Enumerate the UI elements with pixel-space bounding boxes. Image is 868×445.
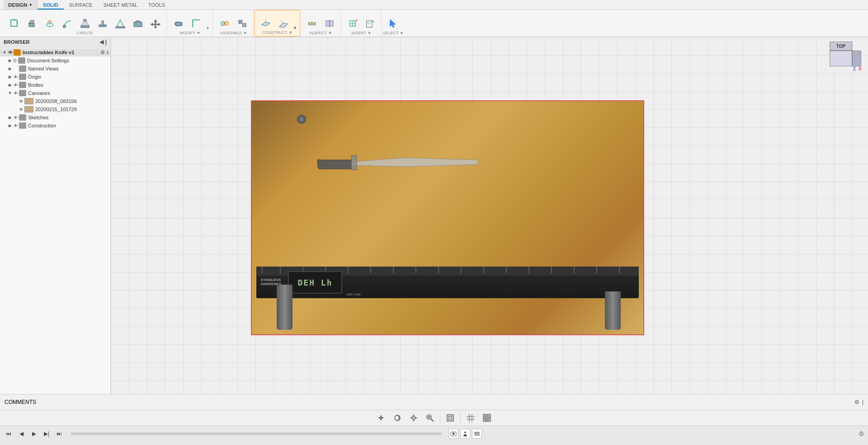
tree-eye-origin[interactable]: 👁 (13, 74, 19, 80)
new-component-button[interactable] (6, 14, 23, 33)
tree-item-root[interactable]: 👁 Instructables Knife v1 ⚙ ℹ (0, 48, 110, 56)
joint-button[interactable] (217, 14, 233, 33)
next-button[interactable]: ▶| (42, 429, 52, 439)
revolve-button[interactable] (42, 14, 58, 33)
svg-rect-6 (63, 25, 66, 28)
root-info-icon[interactable]: ℹ (107, 50, 108, 55)
tree-arrow-origin[interactable] (7, 74, 13, 80)
svg-marker-40 (390, 19, 396, 28)
tree-eye-canvases[interactable]: 👁 (13, 90, 19, 96)
tree-arrow-bodies[interactable] (7, 82, 13, 88)
tree-item-doc-settings[interactable]: ⚙ Document Settings (0, 56, 110, 65)
tree-item-origin[interactable]: 👁 Origin (0, 73, 110, 81)
tree-item-construction[interactable]: 👁 Construction (0, 122, 110, 130)
svg-rect-8 (81, 26, 89, 28)
emboss-button[interactable] (130, 14, 146, 33)
cube-right-face[interactable] (852, 51, 861, 66)
origin-folder-icon (19, 74, 26, 80)
svg-point-82 (464, 431, 466, 433)
svg-rect-13 (134, 22, 142, 27)
tree-arrow-doc[interactable] (7, 58, 13, 63)
fit-screen-button[interactable] (444, 412, 457, 423)
tree-eye-root[interactable]: 👁 (7, 49, 14, 56)
measure-button[interactable] (304, 14, 320, 33)
tree-eye-construction[interactable]: 👁 (13, 122, 19, 129)
tree-arrow-canvases[interactable] (7, 90, 13, 96)
tab-sheet-metal[interactable]: SHEET METAL (98, 1, 143, 9)
timeline-person-btn[interactable] (460, 429, 470, 439)
root-folder-icon (14, 49, 21, 56)
bodies-folder-icon (19, 82, 26, 88)
tab-solid[interactable]: SOLID (38, 1, 64, 9)
timeline-camera-btn[interactable] (448, 429, 458, 439)
tree-item-canvas1[interactable]: 👁 20200208_083156 (0, 97, 110, 105)
svg-marker-24 (279, 23, 288, 28)
last-button[interactable]: ⏭ (54, 429, 64, 439)
browser-collapse-btn[interactable]: ◀ (99, 39, 104, 45)
tab-tools[interactable]: TOOLS (143, 1, 170, 9)
tree-arrow-named[interactable] (7, 66, 13, 71)
viewport[interactable]: DEH Lh STAINLESSHARDENED inch / mm TOP (111, 37, 868, 394)
tree-eye-canvas2[interactable]: 👁 (18, 106, 24, 112)
tree-item-sketches[interactable]: 👁 Sketches (0, 113, 110, 122)
section-button[interactable] (321, 14, 338, 33)
fillet-button[interactable] (188, 14, 204, 33)
tree-arrow-construction[interactable] (7, 123, 13, 128)
look-button[interactable] (407, 412, 420, 423)
insert-mesh-button[interactable] (344, 14, 361, 33)
design-menu[interactable]: DESIGN ▼ (4, 0, 38, 9)
prev-button[interactable]: ◀ (16, 429, 26, 439)
svg-rect-77 (487, 414, 491, 417)
web-button[interactable] (112, 14, 128, 33)
doc-gear-icon[interactable]: ⚙ (13, 58, 17, 64)
play-button[interactable]: ▶ (29, 429, 39, 439)
loft-button[interactable] (77, 14, 93, 33)
modify-arrow[interactable]: ▼ (206, 26, 210, 30)
rib-button[interactable] (94, 14, 111, 33)
svg-rect-3 (29, 23, 34, 27)
pan-button[interactable]: ✛ (375, 412, 387, 423)
orbit-button[interactable] (391, 412, 404, 423)
grid-button[interactable] (464, 412, 477, 423)
modify-label: MODIFY ▼ (179, 31, 200, 35)
tree-eye-canvas1[interactable]: 👁 (18, 98, 24, 104)
timeline[interactable] (71, 432, 442, 435)
svg-rect-12 (116, 27, 125, 28)
svg-rect-71 (448, 416, 452, 420)
sweep-button[interactable] (59, 14, 75, 33)
canvases-folder-icon (19, 90, 26, 96)
svg-rect-20 (243, 23, 246, 27)
view-cube[interactable]: TOP Z X (825, 42, 861, 78)
svg-rect-11 (102, 21, 104, 25)
construct-expand-arrow[interactable]: ▼ (293, 26, 297, 30)
tree-arrow-root[interactable] (2, 50, 7, 55)
tree-arrow-sketches[interactable] (7, 115, 13, 120)
root-gear-icon[interactable]: ⚙ (100, 50, 105, 56)
tree-item-canvas2[interactable]: 👁 20200215_101729 (0, 105, 110, 113)
browser-pin-btn[interactable]: | (105, 39, 107, 45)
modify-button[interactable] (170, 14, 187, 33)
tree-item-named-views[interactable]: Named Views (0, 65, 110, 73)
cube-top-face[interactable]: TOP (830, 42, 852, 51)
align-button[interactable] (234, 14, 250, 33)
display-settings-button[interactable] (481, 412, 493, 423)
timeline-layers-btn[interactable] (472, 429, 482, 439)
tree-item-canvases[interactable]: 👁 Canvases (0, 89, 110, 97)
settings-gear-btn[interactable]: ⚙ (859, 430, 864, 437)
tree-eye-bodies[interactable]: 👁 (13, 82, 19, 88)
comments-settings-btn[interactable]: ⚙ (854, 399, 859, 405)
zoom-button[interactable] (424, 412, 436, 423)
insert-svg-button[interactable] (362, 14, 378, 33)
move-button[interactable] (147, 14, 164, 33)
tree-label-sketches: Sketches (28, 115, 108, 120)
tree-item-bodies[interactable]: 👁 Bodies (0, 81, 110, 89)
tab-surface[interactable]: SURFACE (64, 1, 98, 9)
select-button[interactable] (385, 14, 401, 33)
first-button[interactable]: ⏮ (4, 429, 14, 439)
assemble-label: ASSEMBLE ▼ (220, 31, 247, 35)
svg-line-67 (431, 419, 434, 422)
comments-pin-btn[interactable]: | (862, 399, 863, 405)
cube-front-face[interactable] (830, 51, 852, 66)
extrude-button[interactable] (24, 14, 40, 33)
tree-eye-sketches[interactable]: 👁 (13, 114, 19, 121)
